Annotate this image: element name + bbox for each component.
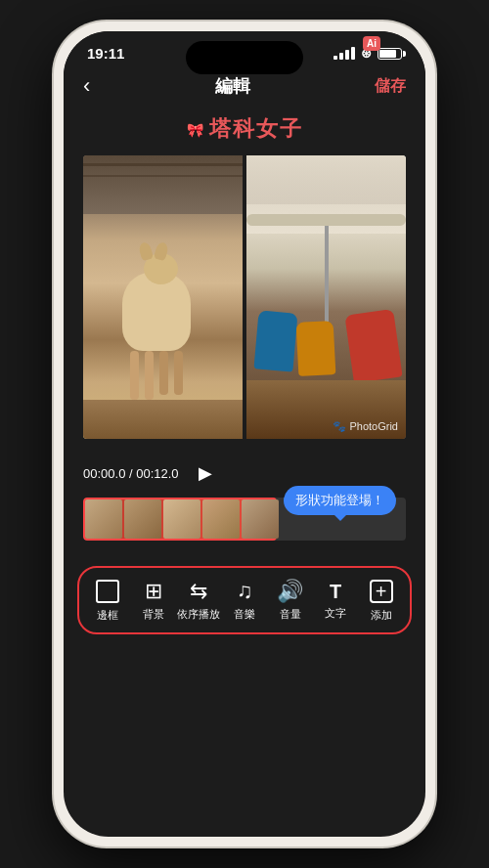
battery-icon — [378, 48, 402, 60]
volume-icon: 🔊 — [277, 581, 303, 602]
thumb-4 — [202, 499, 240, 539]
time-display: 19:11 — [87, 45, 124, 62]
back-button[interactable]: ‹ — [83, 73, 90, 99]
tool-sequence[interactable]: ⇆ 依序播放 — [177, 581, 220, 622]
tool-border[interactable]: 邊框 — [86, 580, 129, 623]
tool-volume[interactable]: 🔊 音量 — [269, 581, 312, 622]
sequence-icon: ⇆ — [190, 581, 207, 602]
tool-background[interactable]: ⊞ 背景 — [132, 581, 175, 622]
tool-music[interactable]: ♫ 音樂 — [223, 581, 266, 622]
text-icon: T — [330, 582, 341, 601]
dynamic-island — [186, 41, 303, 74]
brand-title-section: 🎀塔科女子 — [64, 107, 425, 155]
add-icon: + — [370, 580, 393, 603]
border-label: 邊框 — [97, 608, 118, 623]
background-label: 背景 — [143, 607, 164, 622]
border-icon — [96, 580, 119, 603]
photo-collage: 🐾 PhotoGrid — [83, 155, 406, 439]
photo-left[interactable] — [83, 155, 243, 439]
phone-screen: 19:11 ⊛ ‹ 編輯 Ai — [64, 31, 425, 837]
play-button[interactable]: ▶ — [199, 462, 212, 484]
sequence-label: 依序播放 — [177, 607, 220, 622]
tool-add[interactable]: + 添加 — [360, 580, 403, 623]
text-label: 文字 — [325, 606, 346, 621]
tool-text[interactable]: T 文字 — [314, 582, 357, 621]
signal-icon — [333, 47, 355, 60]
save-button[interactable]: 儲存 — [375, 76, 406, 97]
bottom-toolbar: 邊框 ⊞ 背景 ⇆ 依序播放 ♫ 音樂 🔊 音量 T 文字 — [77, 566, 412, 634]
add-label: 添加 — [371, 608, 392, 623]
time-counter: 00:00.0 / 00:12.0 — [83, 466, 179, 481]
music-label: 音樂 — [234, 607, 255, 622]
timeline-header: 00:00.0 / 00:12.0 ▶ — [83, 462, 406, 484]
music-icon: ♫ — [237, 581, 253, 602]
thumb-5 — [242, 499, 279, 539]
thumb-3 — [163, 499, 200, 539]
thumb-2 — [124, 499, 161, 539]
ai-badge[interactable]: Ai — [363, 33, 380, 51]
phone-frame: 19:11 ⊛ ‹ 編輯 Ai — [54, 22, 435, 846]
timeline-track[interactable]: 形狀功能登場！ — [83, 494, 406, 544]
carousel-photo-bg: 🐾 PhotoGrid — [246, 155, 406, 439]
volume-label: 音量 — [280, 607, 301, 622]
timeline-area: 00:00.0 / 00:12.0 ▶ 形狀功能登場！ — [64, 451, 425, 552]
ai-badge-label: Ai — [363, 36, 380, 51]
background-icon: ⊞ — [145, 581, 162, 602]
photo-right[interactable]: 🐾 PhotoGrid — [246, 155, 406, 439]
tooltip-bubble: 形狀功能登場！ — [284, 486, 396, 515]
photogrid-watermark: 🐾 PhotoGrid — [333, 420, 398, 433]
brand-name: 🎀塔科女子 — [187, 116, 303, 141]
nav-title: 編輯 — [215, 74, 250, 98]
deer-photo-bg — [83, 155, 243, 439]
nav-right-actions: Ai 儲存 — [375, 76, 406, 97]
thumb-1 — [85, 499, 122, 539]
track-thumbnails — [83, 498, 281, 541]
